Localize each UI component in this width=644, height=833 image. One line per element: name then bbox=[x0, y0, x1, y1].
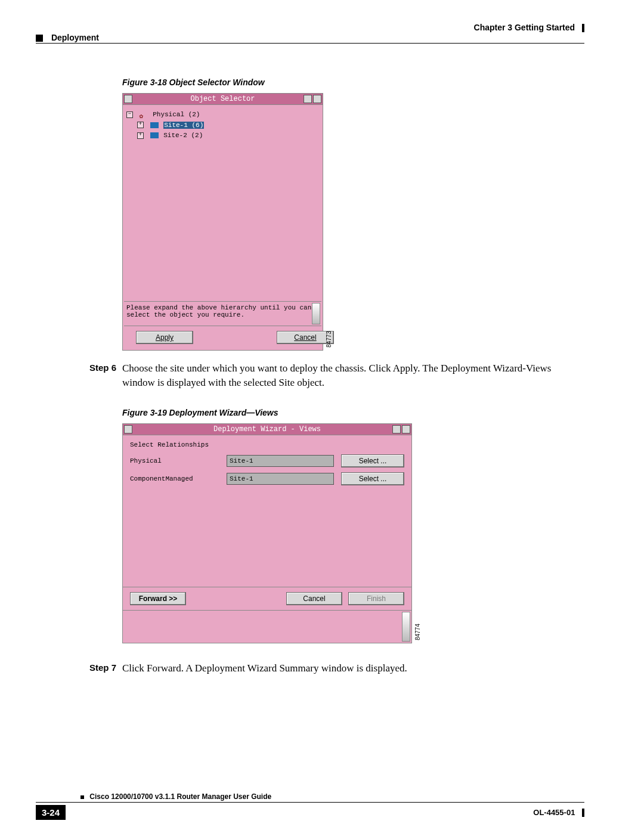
window-max-icon[interactable] bbox=[313, 95, 321, 103]
window-min-icon[interactable] bbox=[392, 425, 401, 433]
tree-node-site-2-label: Site-2 (2) bbox=[163, 132, 203, 139]
object-selector-title: Object Selector bbox=[190, 95, 255, 103]
forward-button[interactable]: Forward >> bbox=[130, 592, 186, 605]
expand-icon[interactable]: + bbox=[137, 132, 144, 139]
figure-image-id: 84774 bbox=[414, 624, 421, 640]
footer-doc-id: OL-4455-01 bbox=[533, 808, 584, 817]
componentmanaged-value[interactable]: Site-1 bbox=[227, 473, 334, 485]
chapter-title-text: Chapter 3 Getting Started bbox=[474, 23, 575, 32]
section-title: Deployment bbox=[36, 33, 99, 42]
header-rule bbox=[36, 43, 584, 44]
window-max-icon[interactable] bbox=[402, 425, 410, 433]
physical-value[interactable]: Site-1 bbox=[227, 455, 334, 467]
section-title-text: Deployment bbox=[51, 33, 99, 42]
deployment-wizard-window: Deployment Wizard - Views Select Relatio… bbox=[122, 423, 412, 643]
object-selector-buttons: Apply Cancel bbox=[124, 326, 321, 349]
window-sysmenu-icon[interactable] bbox=[124, 425, 132, 433]
wizard-log-area bbox=[123, 610, 411, 643]
page-footer: Cisco 12000/10700 v3.1.1 Router Manager … bbox=[36, 792, 584, 820]
wizard-body: Select Relationships Physical Site-1 Sel… bbox=[123, 435, 411, 587]
physical-label: Physical bbox=[130, 457, 219, 465]
cancel-button[interactable]: Cancel bbox=[286, 592, 342, 605]
footer-guide-row: Cisco 12000/10700 v3.1.1 Router Manager … bbox=[80, 792, 584, 801]
step-7-label: Step 7 bbox=[89, 661, 122, 676]
footer-guide-title: Cisco 12000/10700 v3.1.1 Router Manager … bbox=[89, 792, 271, 801]
content: Figure 3-18 Object Selector Window Objec… bbox=[89, 72, 578, 675]
tree-root-label: Physical (2) bbox=[153, 111, 200, 118]
deployment-wizard-titlebar: Deployment Wizard - Views bbox=[123, 424, 411, 435]
section-marker-icon bbox=[36, 35, 43, 42]
chapter-title: Chapter 3 Getting Started bbox=[474, 23, 584, 32]
apply-button[interactable]: Apply bbox=[136, 331, 193, 344]
status-message-area: Please expand the above hierarchy until … bbox=[124, 301, 321, 326]
page-number: 3-24 bbox=[36, 805, 66, 820]
tree-node-site-1[interactable]: + Site-1 (6) bbox=[137, 120, 319, 131]
tree-node-site-1-label: Site-1 (6) bbox=[163, 122, 204, 129]
object-selector-body: − ✿ Physical (2) + Site-1 (6) + Site-2 (… bbox=[123, 105, 323, 350]
step-6-text: Choose the site under which you want to … bbox=[122, 361, 578, 390]
step-7: Step 7 Click Forward. A Deployment Wizar… bbox=[89, 661, 578, 676]
relationship-row-physical: Physical Site-1 Select ... bbox=[130, 454, 404, 467]
site-icon bbox=[150, 122, 159, 128]
footer-bar-icon bbox=[582, 809, 584, 817]
deployment-wizard-title: Deployment Wizard - Views bbox=[213, 425, 321, 433]
window-min-icon[interactable] bbox=[304, 95, 312, 103]
physical-select-button[interactable]: Select ... bbox=[341, 454, 404, 467]
scrollbar[interactable] bbox=[312, 303, 320, 324]
physical-root-icon: ✿ bbox=[140, 112, 148, 117]
componentmanaged-label: ComponentManaged bbox=[130, 475, 219, 482]
footer-rule bbox=[36, 802, 584, 803]
object-selector-titlebar: Object Selector bbox=[123, 94, 323, 105]
tree-root-row[interactable]: − ✿ Physical (2) bbox=[126, 110, 319, 120]
step-6-label: Step 6 bbox=[89, 361, 122, 390]
footer-square-icon bbox=[80, 795, 84, 799]
relationship-row-componentmanaged: ComponentManaged Site-1 Select ... bbox=[130, 472, 404, 485]
componentmanaged-select-button[interactable]: Select ... bbox=[341, 472, 404, 485]
finish-button: Finish bbox=[348, 592, 404, 605]
tree-node-site-2[interactable]: + Site-2 (2) bbox=[137, 131, 319, 141]
object-selector-window: Object Selector − ✿ Physical (2) + Site-… bbox=[122, 93, 323, 351]
page: Deployment Chapter 3 Getting Started Fig… bbox=[0, 0, 644, 833]
expand-icon[interactable]: + bbox=[137, 122, 144, 128]
tree-view[interactable]: − ✿ Physical (2) + Site-1 (6) + Site-2 (… bbox=[124, 106, 321, 301]
scrollbar[interactable] bbox=[402, 612, 410, 642]
select-relationships-label: Select Relationships bbox=[130, 441, 404, 448]
site-icon bbox=[150, 132, 159, 138]
wizard-button-row: Forward >> Cancel Finish bbox=[123, 587, 411, 610]
status-message: Please expand the above hierarchy until … bbox=[126, 304, 311, 318]
header-bar-icon bbox=[582, 24, 584, 32]
figure-3-18-caption: Figure 3-18 Object Selector Window bbox=[122, 78, 578, 87]
figure-image-id: 84773 bbox=[326, 331, 332, 348]
collapse-icon[interactable]: − bbox=[126, 112, 133, 118]
step-7-text: Click Forward. A Deployment Wizard Summa… bbox=[122, 661, 578, 676]
window-sysmenu-icon[interactable] bbox=[124, 95, 132, 103]
footer-row: 3-24 OL-4455-01 bbox=[36, 805, 584, 820]
figure-3-19-caption: Figure 3-19 Deployment Wizard—Views bbox=[122, 408, 578, 417]
step-6: Step 6 Choose the site under which you w… bbox=[89, 361, 578, 390]
